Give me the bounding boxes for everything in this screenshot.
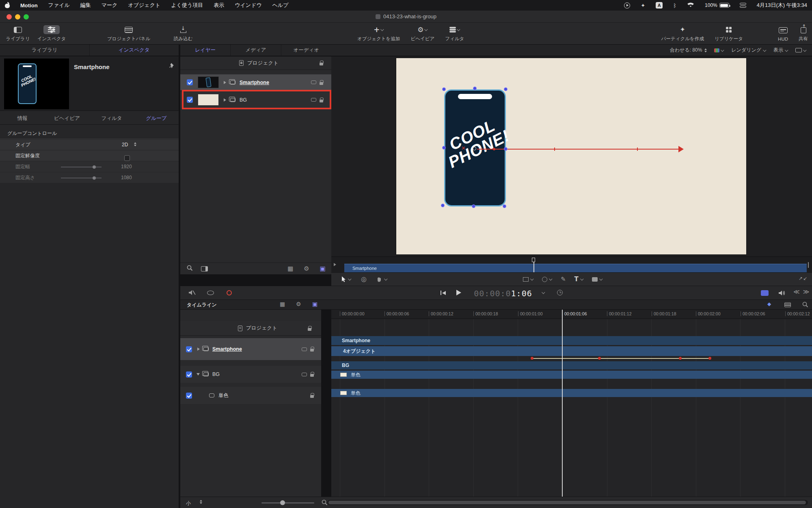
keyframe-dot[interactable]	[708, 357, 711, 360]
apple-menu-icon[interactable]	[5, 2, 10, 8]
type-value[interactable]: 2D	[122, 142, 128, 148]
smartphone-lock-icon[interactable]	[320, 82, 323, 85]
wifi-icon[interactable]	[687, 2, 694, 9]
channels-control[interactable]	[714, 48, 724, 52]
record-button[interactable]	[227, 290, 232, 295]
siri-icon[interactable]: ✦	[641, 3, 645, 8]
tab-inspector[interactable]: インスペクタ	[90, 45, 179, 56]
menu-view[interactable]: 表示	[214, 2, 224, 9]
timeline-smartphone-lock-icon[interactable]	[310, 349, 314, 352]
timeline-smartphone-blend-icon[interactable]	[302, 347, 307, 351]
battery-status[interactable]: 100%	[705, 2, 729, 8]
pin-icon[interactable]	[169, 63, 175, 70]
filters-button[interactable]: フィルタ	[445, 25, 464, 42]
smartphone-visibility-checkbox[interactable]	[187, 79, 193, 85]
timeline-bg-blend-icon[interactable]	[302, 373, 307, 376]
menu-app-name[interactable]: Motion	[20, 2, 38, 9]
smartphone-disclosure-triangle[interactable]	[224, 81, 226, 84]
timecode-menu-chevron[interactable]	[542, 291, 545, 294]
loop-playback-icon[interactable]	[207, 291, 214, 295]
selection-handle-top-right[interactable]	[504, 87, 508, 91]
tab-audio[interactable]: オーディオ	[281, 45, 331, 56]
track-height-stepper[interactable]	[200, 500, 202, 504]
tab-info[interactable]: 情報	[0, 113, 45, 124]
tab-layers[interactable]: レイヤー	[180, 45, 231, 56]
tab-filters[interactable]: フィルタ	[89, 113, 134, 124]
tab-library[interactable]: ライブラリ	[0, 45, 90, 56]
track-solid-bar-1[interactable]: 単色	[331, 371, 812, 379]
menu-window[interactable]: ウインドウ	[235, 2, 262, 9]
track-smartphone-group[interactable]: Smartphone	[331, 336, 812, 345]
pan-hand-tool[interactable]	[376, 276, 387, 282]
layer-row-smartphone[interactable]: Smartphone	[180, 74, 331, 90]
zoom-control[interactable]: 合わせる: 80%	[670, 47, 707, 54]
menu-mark[interactable]: マーク	[102, 2, 118, 9]
next-keyframe-icon[interactable]: ≫	[803, 289, 810, 295]
timeline-smartphone-checkbox[interactable]	[186, 346, 192, 352]
smartphone-blend-icon[interactable]	[311, 80, 316, 84]
selection-handle-top-mid[interactable]	[473, 87, 477, 90]
menu-object[interactable]: オブジェクト	[128, 2, 160, 9]
keyframe-dot[interactable]	[679, 357, 682, 360]
timeline-h-scrollbar[interactable]	[327, 500, 808, 505]
document-proxy-icon[interactable]	[376, 14, 380, 19]
timeline-zoom-magnifier-icon[interactable]	[322, 499, 328, 507]
mini-timeline-clip[interactable]: Smartphone	[344, 264, 807, 272]
mini-timeline-end-marker[interactable]	[808, 262, 809, 268]
timeline-gear-icon[interactable]: ⚙	[296, 301, 301, 307]
shape-tool[interactable]	[542, 277, 552, 282]
track-display-icon[interactable]	[784, 302, 791, 307]
tab-behaviors[interactable]: ビヘイビア	[45, 113, 89, 124]
timeline-solid-lock-icon[interactable]	[310, 395, 314, 398]
zoom-stepper[interactable]	[704, 48, 707, 52]
timeline-row-smartphone[interactable]: Smartphone	[180, 338, 321, 360]
project-lock-icon[interactable]	[320, 63, 323, 65]
rectangle-tool[interactable]	[592, 277, 603, 282]
timeline-zoom-slider-track[interactable]	[261, 502, 314, 504]
timeline-zoom-icon[interactable]	[802, 302, 808, 309]
track-bg-group[interactable]: BG	[331, 361, 812, 369]
rendering-menu[interactable]: レンダリング	[731, 47, 766, 54]
timeline-solid-name[interactable]: 単色	[218, 392, 229, 399]
fixed-resolution-checkbox[interactable]	[124, 155, 130, 161]
track-solid-bar-2[interactable]: 単色	[331, 389, 812, 397]
timeline-row-bg[interactable]: BG	[180, 366, 321, 383]
replicator-button[interactable]: リプリケータ	[715, 25, 743, 42]
input-source-badge[interactable]: A	[656, 2, 663, 9]
menu-file[interactable]: ファイル	[48, 2, 70, 9]
inspector-button[interactable]: インスペクタ	[36, 25, 67, 42]
menu-help[interactable]: ヘルプ	[272, 2, 289, 9]
menubar-clock[interactable]: 4月13日(木) 午後3:34	[757, 2, 807, 9]
search-icon[interactable]	[187, 265, 193, 272]
filmstrip-view-icon[interactable]	[201, 266, 208, 271]
gear-menu-icon[interactable]: ⚙	[304, 266, 309, 272]
canvas-expand-icon[interactable]: ↗↙	[799, 276, 807, 281]
selection-handle-mid-left[interactable]	[442, 146, 446, 150]
anchor-x-marker[interactable]: ✕	[461, 145, 466, 151]
add-object-button[interactable]: + オブジェクトを追加	[357, 25, 400, 42]
orbit-camera-tool[interactable]: ◎	[361, 276, 367, 282]
playhead[interactable]	[562, 310, 563, 497]
timeline-bg-name[interactable]: BG	[212, 371, 220, 377]
timeline-smartphone-name[interactable]: Smartphone	[212, 346, 242, 352]
timeline-bg-checkbox[interactable]	[186, 371, 192, 378]
timeline-grid-icon[interactable]: ▦	[280, 301, 285, 307]
prev-keyframe-icon[interactable]: ≪	[793, 289, 800, 295]
freehand-tool[interactable]: ✎	[561, 276, 566, 282]
timing-clock-icon[interactable]	[557, 290, 563, 295]
layers-pane-toggle-icon[interactable]: ▣	[320, 266, 326, 272]
timeline-project-lock-icon[interactable]	[308, 328, 311, 331]
mini-timeline-start-marker[interactable]	[334, 263, 336, 266]
timing-display-toggle[interactable]	[761, 290, 769, 296]
import-button[interactable]: ↓ 読み込む	[168, 25, 198, 42]
timecode-display[interactable]: 00:00:01:06	[467, 289, 539, 298]
behaviors-button[interactable]: ⚙ ビヘイビア	[410, 25, 434, 42]
tab-group[interactable]: グループ	[134, 113, 179, 124]
selection-handle-bottom-mid[interactable]	[472, 204, 475, 208]
crop-tool[interactable]	[523, 277, 533, 282]
display-options-control[interactable]	[795, 48, 806, 52]
menu-favorites[interactable]: よく使う項目	[171, 2, 203, 9]
bluetooth-icon[interactable]: ᛒ	[673, 3, 676, 8]
keyframe-dot[interactable]	[531, 357, 533, 360]
layers-project-row[interactable]: プロジェクト	[180, 56, 331, 70]
